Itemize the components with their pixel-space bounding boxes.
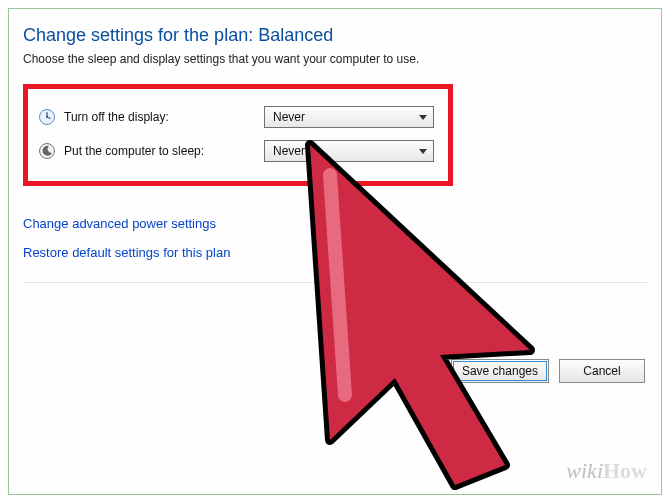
divider (23, 282, 647, 283)
put-to-sleep-label: Put the computer to sleep: (64, 144, 264, 158)
svg-point-3 (46, 116, 48, 118)
wikihow-watermark: wikiHow (566, 458, 647, 484)
settings-highlight: Turn off the display: Never Put the comp… (23, 84, 453, 186)
row-turn-off-display: Turn off the display: Never (38, 103, 438, 131)
page-subtitle: Choose the sleep and display settings th… (23, 52, 647, 66)
put-to-sleep-value: Never (273, 144, 305, 158)
button-bar: Save changes Cancel (451, 359, 645, 383)
turn-off-display-label: Turn off the display: (64, 110, 264, 124)
link-advanced-power-settings[interactable]: Change advanced power settings (23, 216, 647, 231)
cancel-button[interactable]: Cancel (559, 359, 645, 383)
turn-off-display-select[interactable]: Never (264, 106, 434, 128)
row-put-to-sleep: Put the computer to sleep: Never (38, 137, 438, 165)
link-restore-defaults[interactable]: Restore default settings for this plan (23, 245, 647, 260)
display-timer-icon (38, 108, 56, 126)
put-to-sleep-select[interactable]: Never (264, 140, 434, 162)
turn-off-display-value: Never (273, 110, 305, 124)
save-changes-button[interactable]: Save changes (451, 359, 549, 383)
sleep-icon (38, 142, 56, 160)
page-title: Change settings for the plan: Balanced (23, 25, 647, 46)
chevron-down-icon (419, 146, 427, 157)
chevron-down-icon (419, 112, 427, 123)
window-frame: Change settings for the plan: Balanced C… (8, 8, 662, 495)
